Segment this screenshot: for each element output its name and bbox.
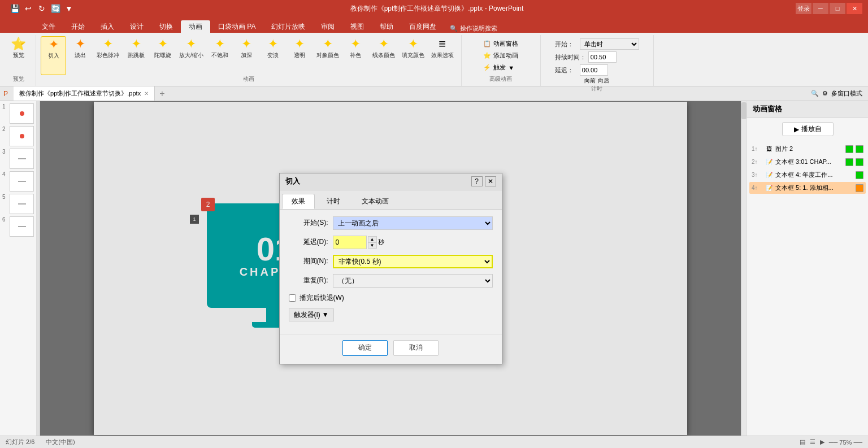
effect-options-button[interactable]: ≡ 效果选项 — [428, 36, 457, 75]
slide-thumb-2[interactable]: 2 — [2, 126, 34, 146]
dialog-title: 切入 — [285, 176, 300, 186]
slideshow-icon[interactable]: ▶ — [820, 438, 824, 446]
trigger-btn[interactable]: 触发器(I) ▼ — [289, 308, 334, 321]
redo-btn[interactable]: ↻ — [36, 2, 48, 15]
add-animation-button[interactable]: ⭐ 添加动画 — [481, 50, 520, 61]
slide-thumb-4[interactable]: 4 — [2, 171, 34, 192]
repeat-btn[interactable]: 🔄 — [49, 2, 62, 15]
slide-preview-6[interactable] — [10, 216, 34, 237]
trigger-button[interactable]: ⚡ 触发 ▼ — [481, 62, 520, 73]
play-all-button[interactable]: ▶ 播放自 — [782, 122, 834, 136]
repeat-select[interactable]: （无） 2 3 4 — [333, 274, 493, 288]
file-tab[interactable]: 教你制作《ppt制作工作概述章节切换》.pptx ✕ — [14, 86, 155, 101]
tab-help[interactable]: 帮助 — [372, 20, 401, 33]
delay-label: 延迟： — [555, 66, 578, 75]
rewind-label: 播完后快退(W) — [300, 293, 344, 303]
object-color-button[interactable]: ✦ 对象颜色 — [314, 36, 342, 75]
tab-spacer — [170, 86, 811, 101]
rewind-checkbox[interactable] — [289, 294, 296, 302]
repeat-row: 重复(R): （无） 2 3 4 — [289, 274, 493, 288]
fade-button[interactable]: ✦ 淡出 — [67, 36, 93, 75]
slide-thumb-3[interactable]: 3 — [2, 149, 34, 169]
dialog-help-button[interactable]: ? — [471, 176, 483, 186]
save-btn[interactable]: 💾 — [8, 2, 21, 15]
start-select[interactable]: 上一动画之后 单击时 与上一动画同时 — [333, 216, 493, 230]
spin-button[interactable]: ✦ 陀螺旋 — [150, 36, 175, 75]
slide-thumb-5[interactable]: 5 — [2, 194, 34, 214]
period-label: 期间(N): — [289, 256, 328, 266]
anim-item-3[interactable]: 3↑ 📝 文本框 4: 年度工作... — [749, 169, 866, 181]
tab-pa[interactable]: 口袋动画 PA — [210, 20, 263, 33]
line-color-button[interactable]: ✦ 线条颜色 — [370, 36, 398, 75]
customize-btn[interactable]: ▼ — [63, 2, 75, 15]
anim-item-4[interactable]: 4↑ 📝 文本框 5: 1. 添加相... — [749, 182, 866, 194]
search-tips[interactable]: 🔍 操作说明搜索 — [450, 24, 497, 33]
delay-value-input[interactable] — [333, 236, 367, 249]
dialog-overlay: 切入 ? ✕ 效果 计时 文本动画 开始(S): — [40, 101, 741, 436]
unstable-button[interactable]: ✦ 不饱和 — [207, 36, 233, 75]
dialog-ok-button[interactable]: 确定 — [342, 340, 388, 356]
slide-preview-3[interactable] — [10, 149, 34, 169]
dialog-close-button[interactable]: ✕ — [485, 176, 496, 186]
delay-input-group: ▲ ▼ 秒 — [333, 236, 384, 249]
file-tab-close[interactable]: ✕ — [144, 90, 149, 97]
maximize-button[interactable]: □ — [830, 3, 845, 14]
complement-button[interactable]: ✦ 补色 — [343, 36, 368, 75]
undo-btn[interactable]: ↩ — [22, 2, 34, 15]
tab-transitions[interactable]: 切换 — [151, 20, 181, 33]
preview-button[interactable]: ⭐ 预览 — [6, 36, 31, 75]
tab-animations[interactable]: 动画 — [181, 20, 210, 33]
canvas-scrollbar[interactable] — [741, 101, 747, 436]
delay-input[interactable] — [580, 64, 608, 76]
dialog-tab-text-animation[interactable]: 文本动画 — [352, 194, 398, 209]
search-icon[interactable]: 🔍 — [811, 90, 819, 97]
cut-in-button[interactable]: ✦ 切入 — [41, 36, 66, 75]
normal-view-icon[interactable]: ▤ — [800, 438, 805, 446]
tab-slideshow[interactable]: 幻灯片放映 — [263, 20, 313, 33]
tab-review[interactable]: 审阅 — [313, 20, 342, 33]
tab-home[interactable]: 开始 — [63, 20, 93, 33]
settings-icon[interactable]: ⚙ — [822, 90, 828, 97]
delay-up-button[interactable]: ▲ — [368, 236, 377, 242]
zoom-button[interactable]: ✦ 放大/缩小 — [176, 36, 206, 75]
duration-input[interactable] — [588, 51, 617, 63]
animation-pane: 动画窗格 ▶ 播放自 1↑ 🖼 图片 2 2↑ 📝 文本框 3:01 CHAP.… — [747, 101, 868, 436]
multi-window-label[interactable]: 多窗口模式 — [831, 89, 862, 98]
start-select[interactable]: 单击时 上一动画之后 与上一动画同时 — [580, 38, 639, 50]
slide-preview-2[interactable] — [10, 126, 34, 146]
preview-icon: ⭐ — [11, 38, 26, 50]
slide-preview-5[interactable] — [10, 194, 34, 214]
dialog-tab-effect[interactable]: 效果 — [282, 194, 315, 209]
close-button[interactable]: ✕ — [847, 3, 862, 14]
tab-file[interactable]: 文件 — [34, 20, 63, 33]
trigger-arrow-icon: ▼ — [322, 311, 329, 319]
dialog-tab-timing[interactable]: 计时 — [317, 194, 350, 209]
tab-design[interactable]: 设计 — [122, 20, 151, 33]
anim-item-2[interactable]: 2↑ 📝 文本框 3:01 CHAP... — [749, 156, 866, 168]
transparent-button[interactable]: ✦ 透明 — [287, 36, 313, 75]
grow-button[interactable]: ✦ 加深 — [234, 36, 259, 75]
slide-preview-1[interactable] — [10, 103, 34, 124]
scrollbar-thumb[interactable] — [741, 102, 747, 119]
period-select[interactable]: 非常快(0.5 秒) 快速(1 秒) 中速(2 秒) 慢速(3 秒) — [333, 255, 493, 268]
tab-insert[interactable]: 插入 — [93, 20, 122, 33]
add-tab-button[interactable]: + — [155, 86, 169, 101]
dialog-cancel-button[interactable]: 取消 — [393, 340, 439, 356]
zoom-slider[interactable]: ── 75% ── — [829, 439, 862, 446]
tab-baidu[interactable]: 百度网盘 — [401, 20, 444, 33]
animation-pane-button[interactable]: 📋 动画窗格 — [481, 38, 520, 49]
tab-view[interactable]: 视图 — [342, 20, 372, 33]
minimize-button[interactable]: ─ — [813, 3, 828, 14]
login-button[interactable]: 登录 — [796, 3, 811, 14]
timing-controls: 开始： 单击时 上一动画之后 与上一动画同时 持续时间： 延迟： — [555, 36, 639, 76]
bounce-button[interactable]: ✦ 跳跳板 — [123, 36, 149, 75]
fill-color-button[interactable]: ✦ 填充颜色 — [399, 36, 427, 75]
slide-preview-4[interactable] — [10, 171, 34, 192]
fade2-button[interactable]: ✦ 变淡 — [261, 36, 286, 75]
outline-view-icon[interactable]: ☰ — [810, 438, 815, 446]
color-pulse-button[interactable]: ✦ 彩色脉冲 — [94, 36, 122, 75]
slide-thumb-1[interactable]: 1 — [2, 103, 34, 124]
delay-down-button[interactable]: ▼ — [368, 242, 377, 249]
slide-thumb-6[interactable]: 6 — [2, 216, 34, 237]
anim-item-1[interactable]: 1↑ 🖼 图片 2 — [749, 143, 866, 155]
